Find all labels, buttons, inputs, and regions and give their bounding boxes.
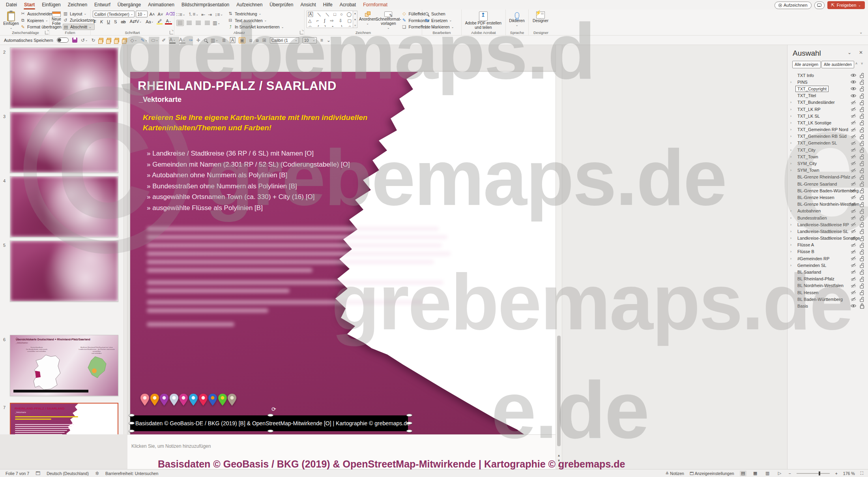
- layer-item-txt-gemeinden-rb-s-d[interactable]: ›TXT_Gemeinden RB Süd: [788, 133, 868, 140]
- visibility-off-icon[interactable]: [851, 202, 856, 207]
- quick-styles-button[interactable]: Schnellformat-vorlagen⌄: [378, 11, 399, 30]
- visibility-off-icon[interactable]: [851, 290, 856, 295]
- expand-chevron-icon[interactable]: ›: [790, 141, 791, 145]
- shapes-gallery[interactable]: 🄰＼＼□○◯ △⌐ʃ⇨⇩▢ ☆{}∿⌇◇: [307, 11, 353, 28]
- expand-chevron-icon[interactable]: ›: [790, 216, 791, 220]
- layer-item-bl-nordrhein-westfalen[interactable]: BL Nordrhein-Westfalen: [788, 282, 868, 289]
- menu-tab-einfügen[interactable]: Einfügen: [38, 0, 64, 9]
- lock-open-icon[interactable]: [860, 283, 864, 289]
- layer-item-bl-baden-w-rttemberg[interactable]: BL Baden-Württemberg: [788, 296, 868, 302]
- layer-item-bl-grenze-baden-w-rttemberg[interactable]: BL-Grenze Baden-Württemberg: [788, 187, 868, 194]
- visibility-off-icon[interactable]: [851, 250, 856, 255]
- pin-green[interactable]: [218, 394, 227, 408]
- visibility-off-icon[interactable]: [851, 195, 856, 200]
- columns-button[interactable]: ▥⌄: [213, 20, 220, 26]
- zoom-slider[interactable]: [797, 473, 830, 474]
- visibility-on-icon[interactable]: [851, 94, 856, 99]
- lock-open-icon[interactable]: [860, 86, 864, 92]
- qat-outline-icon[interactable]: ✎⌄: [141, 38, 148, 43]
- expand-chevron-icon[interactable]: ›: [790, 121, 791, 125]
- layer-item-bl-rheinland-pfalz[interactable]: BL Rheinland-Pfalz: [788, 276, 868, 282]
- qat-export-icon[interactable]: 🗎: [222, 38, 226, 43]
- expand-chevron-icon[interactable]: ›: [790, 168, 791, 172]
- expand-chevron-icon[interactable]: ›: [790, 107, 791, 111]
- shape-copy-icon-4[interactable]: [123, 38, 127, 42]
- lock-open-icon[interactable]: [860, 161, 864, 167]
- visibility-on-icon[interactable]: [851, 80, 856, 85]
- lock-open-icon[interactable]: [860, 175, 864, 181]
- lock-open-icon[interactable]: [860, 154, 864, 160]
- visibility-off-icon[interactable]: [851, 243, 856, 248]
- expand-chevron-icon[interactable]: ›: [790, 148, 791, 152]
- redo-button[interactable]: ↻: [92, 38, 95, 43]
- visibility-off-icon[interactable]: [851, 297, 856, 302]
- selection-handle-top-right[interactable]: [406, 414, 412, 417]
- visibility-off-icon[interactable]: [851, 175, 856, 180]
- layer-item-txt-town[interactable]: ›TXT_Town: [788, 153, 868, 160]
- collapse-ribbon-chevron[interactable]: ⌄: [859, 30, 862, 34]
- visibility-off-icon[interactable]: [851, 134, 856, 139]
- slide-thumbnail-7-current[interactable]: RHEINLAND-PFALZ / SAARLAND_Vektorkarte: [10, 403, 118, 434]
- layer-item-bl-grenze-rheinland-pfalz[interactable]: BL-Grenze Rheinland-Pfalz: [788, 174, 868, 180]
- visibility-off-icon[interactable]: [851, 263, 856, 268]
- lock-open-icon[interactable]: [860, 79, 864, 86]
- qat-columns-icon[interactable]: ▥⌄: [211, 38, 218, 43]
- lock-open-icon[interactable]: [860, 242, 864, 249]
- share-button[interactable]: ⇱Freigeben⌄: [827, 1, 865, 9]
- qat-size-select[interactable]: 10⌄: [303, 37, 317, 43]
- slide-editing-surface[interactable]: RHEINLAND-PFALZ / SAARLAND _Vektorkarte …: [130, 72, 556, 434]
- align-left-button[interactable]: [176, 20, 184, 26]
- zoom-out-button[interactable]: −: [789, 471, 791, 476]
- lock-open-icon[interactable]: [860, 168, 864, 174]
- layer-item-txt-bundesl-nder[interactable]: ›TXT_Bundesländer: [788, 99, 868, 106]
- zoom-slider-knob[interactable]: [819, 471, 820, 475]
- layer-item-txt-lk-sonstige[interactable]: ›TXT_LK Sonstige: [788, 119, 868, 126]
- selection-handle-bottom-right[interactable]: [406, 430, 412, 432]
- layer-item-bl-grenze-nordrhein-westfalen[interactable]: BL-Grenze Nordrhein-Westfalen: [788, 201, 868, 208]
- expand-chevron-icon[interactable]: ›: [790, 155, 791, 159]
- comments-button[interactable]: [814, 2, 825, 9]
- layer-item-txt-copyright[interactable]: TXT_Copyright: [788, 85, 868, 92]
- layer-item-autobahnen[interactable]: ›Autobahnen: [788, 208, 868, 214]
- lock-closed-icon[interactable]: [860, 303, 864, 310]
- visibility-off-icon[interactable]: [851, 222, 856, 227]
- show-all-button[interactable]: Alle anzeigen: [792, 61, 821, 68]
- lock-open-icon[interactable]: [860, 195, 864, 201]
- line-spacing-button[interactable]: ↕≡⌄: [215, 12, 223, 17]
- font-size-select[interactable]: 10⌄: [136, 11, 147, 17]
- visibility-off-icon[interactable]: [851, 114, 856, 119]
- layer-item-bl-hessen[interactable]: BL Hessen: [788, 289, 868, 296]
- record-button[interactable]: Aufzeichnen: [774, 2, 812, 9]
- visibility-off-icon[interactable]: [851, 128, 856, 133]
- layer-item-landkreise-stadtkreise-rp[interactable]: ›Landkreise-Stadtkreise RP: [788, 221, 868, 228]
- bullet-list-button[interactable]: ∷≡⌄: [176, 12, 185, 17]
- selection-handle-mid-right[interactable]: [406, 422, 412, 424]
- replace-button[interactable]: ↹Ersetzen⌄: [424, 17, 454, 24]
- align-right-button[interactable]: [195, 20, 202, 26]
- menu-tab-acrobat[interactable]: Acrobat: [336, 0, 359, 9]
- smartart-button[interactable]: ⤴In SmartArt konvertieren⌄: [228, 24, 284, 30]
- qat-fill-icon[interactable]: ◇⌄: [131, 38, 137, 43]
- layer-item-pins[interactable]: ›PINS: [788, 79, 868, 85]
- slide-thumbnail-4[interactable]: [10, 176, 118, 237]
- reading-view-button[interactable]: ▥: [764, 471, 771, 476]
- layer-item-txt-city[interactable]: ›TXT_City: [788, 146, 868, 153]
- previous-slide-button[interactable]: ▲: [557, 454, 561, 457]
- slide-intro-text[interactable]: Kreieren Sie Ihre eigene Karten-Variante…: [143, 113, 367, 133]
- justify-button[interactable]: [204, 20, 211, 26]
- expand-chevron-icon[interactable]: ›: [790, 209, 791, 213]
- menu-tab-hilfe[interactable]: Hilfe: [320, 0, 336, 9]
- layer-item-txt-gemeinden-sl[interactable]: ›TXT_Gemeinden SL: [788, 140, 868, 146]
- lock-open-icon[interactable]: [860, 127, 864, 133]
- pane-chevron-icon[interactable]: ⌄: [847, 50, 851, 55]
- clipboard-dialog-launcher[interactable]: [45, 31, 49, 34]
- strikethrough-button[interactable]: ab: [120, 19, 126, 24]
- language-indicator[interactable]: Deutsch (Deutschland): [47, 471, 89, 476]
- shape-copy-icon-3[interactable]: [115, 38, 119, 42]
- layer-item-txt-lk-sl[interactable]: ›TXT_LK SL: [788, 113, 868, 119]
- layer-item-landkreise-stadtkreise-sonstige[interactable]: ›Landkreise-Stadtkreise Sonstige: [788, 235, 868, 242]
- undo-button[interactable]: ↺⌄: [81, 38, 88, 43]
- expand-chevron-icon[interactable]: ›: [790, 236, 791, 240]
- qat-pen-icon[interactable]: ✑: [189, 38, 193, 43]
- paste-button[interactable]: Einfügen⌄: [4, 11, 19, 30]
